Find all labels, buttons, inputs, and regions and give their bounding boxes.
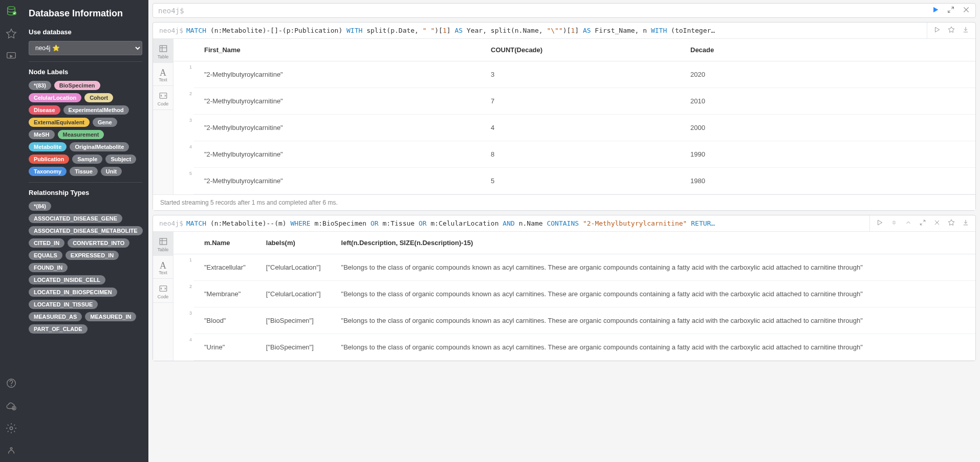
svg-point-0 bbox=[8, 7, 15, 10]
rel-type-pill[interactable]: PART_OF_CLADE bbox=[29, 324, 88, 334]
node-label-pill[interactable]: Taxonomy bbox=[29, 167, 67, 176]
rel-type-pill[interactable]: LOCATED_INSIDE_CELL bbox=[29, 275, 105, 284]
result-frame-1: neo4j$MATCH (n:Metabolite)-[]-(p:Publica… bbox=[153, 22, 976, 211]
table-row[interactable]: 3"2-Methylbutyroylcarnitine"42000 bbox=[173, 115, 975, 141]
node-label-pill[interactable]: Sample bbox=[72, 155, 102, 164]
table-cell: ["CelularLocation"] bbox=[256, 254, 331, 281]
query-editor[interactable]: neo4j$ bbox=[153, 3, 976, 18]
node-label-pill[interactable]: Publication bbox=[29, 155, 69, 164]
database-select[interactable]: neo4j ⭐ bbox=[29, 41, 142, 55]
expand-icon[interactable] bbox=[919, 219, 926, 228]
rel-type-pill[interactable]: EQUALS bbox=[29, 251, 62, 260]
frame1-footer: Started streaming 5 records after 1 ms a… bbox=[153, 194, 975, 210]
node-label-pill[interactable]: ExperimentalMethod bbox=[63, 105, 129, 115]
node-label-pill[interactable]: CelularLocation bbox=[29, 93, 81, 102]
view-tab-text[interactable]: A Text bbox=[153, 63, 173, 86]
table-cell: "2-Methylbutyroylcarnitine" bbox=[194, 88, 481, 115]
node-labels-heading: Node Labels bbox=[29, 68, 142, 76]
node-label-pill[interactable]: OriginalMetabolite bbox=[70, 142, 129, 151]
about-icon[interactable] bbox=[5, 445, 17, 457]
view-tab-table[interactable]: Table bbox=[153, 39, 173, 63]
node-label-pill[interactable]: MeSH bbox=[29, 130, 55, 139]
rel-type-pill[interactable]: LOCATED_IN_TISSUE bbox=[29, 300, 98, 309]
table-row[interactable]: 4"2-Methylbutyroylcarnitine"81990 bbox=[173, 141, 975, 168]
rel-type-pill[interactable]: MEASURED_IN bbox=[85, 312, 136, 321]
table-cell: 2000 bbox=[680, 115, 975, 141]
table-cell: 3 bbox=[481, 61, 680, 88]
close-icon[interactable] bbox=[962, 6, 970, 15]
table-cell: "Blood" bbox=[194, 307, 256, 334]
table-cell: "2-Methylbutyroylcarnitine" bbox=[194, 61, 481, 88]
table-cell: "Urine" bbox=[194, 334, 256, 361]
node-label-pill[interactable]: Unit bbox=[101, 167, 122, 176]
rel-type-pill[interactable]: CITED_IN bbox=[29, 238, 64, 248]
node-label-pill[interactable]: *(83) bbox=[29, 81, 51, 90]
column-header: left(n.Description, SIZE(n.Description)-… bbox=[331, 232, 975, 254]
rel-type-pill[interactable]: ASSOCIATED_DISEASE_METABOLITE bbox=[29, 226, 143, 235]
node-label-pill[interactable]: BioSpecimen bbox=[54, 81, 100, 90]
frame2-query[interactable]: neo4j$MATCH (n:Metabolite)--(m) WHERE m:… bbox=[153, 215, 870, 231]
table-cell: 4 bbox=[481, 115, 680, 141]
main-area: neo4j$ neo4j$MATCH (n:Metabolite)-[]-(p:… bbox=[148, 0, 980, 462]
database-icon[interactable] bbox=[5, 5, 17, 17]
collapse-icon[interactable] bbox=[905, 219, 912, 228]
table-row[interactable]: 2"Membrane"["CelularLocation"]"Belongs t… bbox=[173, 281, 975, 307]
frame1-query[interactable]: neo4j$MATCH (n:Metabolite)-[]-(p:Publica… bbox=[153, 23, 927, 38]
table-cell: 7 bbox=[481, 88, 680, 115]
table-row[interactable]: 2"2-Methylbutyroylcarnitine"72010 bbox=[173, 88, 975, 115]
column-header: COUNT(Decade) bbox=[481, 39, 680, 61]
favorite-icon[interactable] bbox=[948, 26, 955, 35]
close-icon[interactable] bbox=[933, 219, 941, 228]
node-label-pill[interactable]: Metabolite bbox=[29, 142, 67, 151]
view-tab-table[interactable]: Table bbox=[153, 232, 173, 256]
rel-type-pill[interactable]: FOUND_IN bbox=[29, 263, 68, 272]
rel-type-pill[interactable]: EXPRESSED_IN bbox=[66, 251, 119, 260]
star-icon[interactable] bbox=[5, 28, 17, 40]
node-label-pill[interactable]: Cohort bbox=[84, 93, 113, 102]
download-icon[interactable] bbox=[962, 26, 969, 35]
table-cell: ["BioSpecimen"] bbox=[256, 334, 331, 361]
table-row[interactable]: 5"2-Methylbutyroylcarnitine"51980 bbox=[173, 168, 975, 194]
svg-point-4 bbox=[11, 385, 12, 386]
node-labels-list: *(83)BioSpecimenCelularLocationCohortDis… bbox=[29, 81, 142, 176]
node-label-pill[interactable]: Measurement bbox=[58, 130, 104, 139]
run-icon[interactable] bbox=[931, 6, 940, 15]
rerun-icon[interactable] bbox=[933, 26, 941, 35]
rel-type-pill[interactable]: LOCATED_IN_BIOSPECIMEN bbox=[29, 288, 117, 297]
download-icon[interactable] bbox=[962, 219, 969, 228]
table-cell: 1980 bbox=[680, 168, 975, 194]
table-cell: "2-Methylbutyroylcarnitine" bbox=[194, 168, 481, 194]
help-icon[interactable] bbox=[5, 377, 17, 389]
query-input[interactable] bbox=[188, 7, 931, 15]
rel-type-pill[interactable]: *(84) bbox=[29, 202, 51, 211]
table-row[interactable]: 1"Extracellular"["CelularLocation"]"Belo… bbox=[173, 254, 975, 281]
result-table-1: First_NameCOUNT(Decade)Decade1"2-Methylb… bbox=[173, 39, 975, 194]
table-row[interactable]: 1"2-Methylbutyroylcarnitine"32020 bbox=[173, 61, 975, 88]
table-cell: "Extracellular" bbox=[194, 254, 256, 281]
rel-types-list: *(84)ASSOCIATED_DISEASE_GENEASSOCIATED_D… bbox=[29, 202, 142, 334]
table-row[interactable]: 4"Urine"["BioSpecimen"]"Belongs to the c… bbox=[173, 334, 975, 361]
table-row[interactable]: 3"Blood"["BioSpecimen"]"Belongs to the c… bbox=[173, 307, 975, 334]
rel-type-pill[interactable]: ASSOCIATED_DISEASE_GENE bbox=[29, 214, 122, 223]
node-label-pill[interactable]: ExternalEquivalent bbox=[29, 118, 90, 127]
view-tab-code[interactable]: Code bbox=[153, 279, 173, 303]
rel-type-pill[interactable]: CONVERTED_INTO bbox=[68, 238, 129, 248]
gear-icon[interactable] bbox=[5, 422, 17, 434]
table-cell: "Belongs to the class of organic compoun… bbox=[331, 334, 975, 361]
node-label-pill[interactable]: Subject bbox=[105, 155, 136, 164]
result-table-2: m.Namelabels(m)left(n.Description, SIZE(… bbox=[173, 232, 975, 361]
rerun-icon[interactable] bbox=[876, 219, 883, 228]
monitor-icon[interactable] bbox=[5, 50, 17, 62]
node-label-pill[interactable]: Gene bbox=[93, 118, 117, 127]
pin-icon[interactable] bbox=[890, 219, 898, 228]
expand-icon[interactable] bbox=[947, 6, 955, 15]
cloud-off-icon[interactable] bbox=[5, 400, 17, 412]
view-tab-code[interactable]: Code bbox=[153, 86, 173, 110]
rel-type-pill[interactable]: MEASURED_AS bbox=[29, 312, 82, 321]
table-cell: ["BioSpecimen"] bbox=[256, 307, 331, 334]
table-cell: "2-Methylbutyroylcarnitine" bbox=[194, 115, 481, 141]
node-label-pill[interactable]: Tissue bbox=[70, 167, 98, 176]
favorite-icon[interactable] bbox=[948, 219, 955, 228]
view-tab-text[interactable]: A Text bbox=[153, 256, 173, 279]
node-label-pill[interactable]: Disease bbox=[29, 105, 60, 115]
